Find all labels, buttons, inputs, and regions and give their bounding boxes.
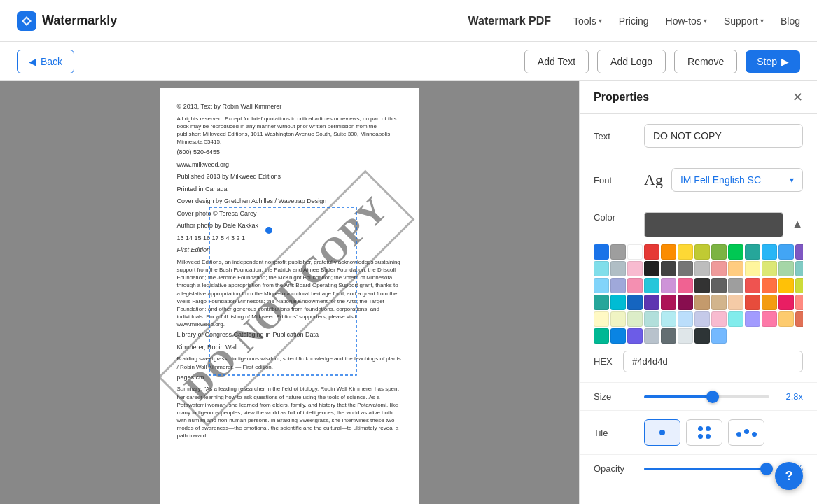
color-cell-5[interactable] [678,244,693,260]
color-cell-2[interactable] [627,244,643,260]
color-cell-50[interactable] [728,295,743,310]
close-button[interactable]: ✕ [792,91,803,104]
font-dropdown-button[interactable]: IM Fell English SC ▾ [671,168,803,192]
color-cell-26[interactable] [795,261,803,276]
nav-tools[interactable]: Tools ▾ [573,15,602,27]
color-cell-76[interactable] [694,328,710,344]
color-cell-31[interactable] [644,278,659,293]
color-cell-8[interactable] [728,244,743,260]
color-cell-39[interactable] [778,278,794,293]
nav-support[interactable]: Support ▾ [724,15,764,27]
hex-input[interactable] [623,351,803,372]
color-cell-75[interactable] [678,328,693,344]
help-button[interactable]: ? [775,462,803,490]
color-cell-71[interactable] [610,328,626,344]
remove-button[interactable]: Remove [674,50,737,74]
nav-howtos[interactable]: How-tos ▾ [666,15,707,27]
color-cell-16[interactable] [627,261,643,276]
color-cell-54[interactable] [795,295,803,310]
size-slider[interactable] [644,396,769,398]
color-cell-72[interactable] [627,328,643,344]
color-cell-60[interactable] [661,312,676,327]
color-cell-28[interactable] [594,278,609,293]
color-cell-43[interactable] [610,295,626,310]
color-cell-1[interactable] [610,244,626,260]
color-cell-70[interactable] [594,328,609,344]
color-cell-44[interactable] [627,295,643,310]
color-cell-56[interactable] [594,312,609,327]
color-cell-57[interactable] [610,312,626,327]
add-text-button[interactable]: Add Text [524,50,589,74]
color-cell-7[interactable] [711,244,727,260]
color-cell-29[interactable] [610,278,626,293]
color-cell-25[interactable] [778,261,794,276]
color-cell-66[interactable] [762,312,777,327]
color-cell-3[interactable] [644,244,659,260]
color-cell-24[interactable] [762,261,777,276]
color-cell-77[interactable] [711,328,727,344]
color-cell-53[interactable] [778,295,794,310]
color-cell-36[interactable] [728,278,743,293]
color-cell-47[interactable] [678,295,693,310]
color-cell-22[interactable] [728,261,743,276]
color-swatch[interactable] [644,212,783,237]
color-cell-40[interactable] [795,278,803,293]
pdf-line-13: Library of Congress Cataloging-in-Public… [177,330,403,340]
color-cell-9[interactable] [745,244,760,260]
color-cell-51[interactable] [745,295,760,310]
color-cell-62[interactable] [694,312,710,327]
color-cell-61[interactable] [678,312,693,327]
opacity-thumb[interactable] [760,463,773,475]
size-slider-thumb[interactable] [706,391,719,403]
color-cell-14[interactable] [594,261,609,276]
tile-option-3[interactable] [728,419,764,446]
color-cell-67[interactable] [778,312,794,327]
color-cell-21[interactable] [711,261,727,276]
color-cell-42[interactable] [594,295,609,310]
tile-option-single[interactable] [644,419,680,446]
chevron-down-icon: ▾ [599,17,602,24]
color-cell-64[interactable] [728,312,743,327]
color-cell-68[interactable] [795,312,803,327]
color-cell-17[interactable] [644,261,659,276]
color-cell-10[interactable] [762,244,777,260]
next-step-button[interactable]: Step ▶ [746,50,800,73]
color-cell-74[interactable] [661,328,676,344]
color-cell-11[interactable] [778,244,794,260]
color-cell-37[interactable] [745,278,760,293]
color-cell-46[interactable] [661,295,676,310]
color-cell-34[interactable] [694,278,710,293]
color-cell-65[interactable] [745,312,760,327]
color-cell-32[interactable] [661,278,676,293]
nav-blog[interactable]: Blog [781,15,800,27]
color-cell-30[interactable] [627,278,643,293]
color-cell-63[interactable] [711,312,727,327]
color-cell-19[interactable] [678,261,693,276]
back-button[interactable]: ◀ Back [17,50,74,74]
add-logo-button[interactable]: Add Logo [597,50,666,74]
color-cell-73[interactable] [644,328,659,344]
opacity-slider[interactable] [644,468,767,470]
color-cell-15[interactable] [610,261,626,276]
color-cell-23[interactable] [745,261,760,276]
pdf-line-7: Cover design by Gretchen Achilles / Wave… [177,197,403,206]
color-cell-49[interactable] [711,295,727,310]
tile-option-2x2[interactable] [686,419,722,446]
color-cell-48[interactable] [694,295,710,310]
color-cell-52[interactable] [762,295,777,310]
color-cell-20[interactable] [694,261,710,276]
color-cell-33[interactable] [678,278,693,293]
color-cell-6[interactable] [694,244,710,260]
color-cell-18[interactable] [661,261,676,276]
color-cell-35[interactable] [711,278,727,293]
color-cell-58[interactable] [627,312,643,327]
color-cell-59[interactable] [644,312,659,327]
color-cell-12[interactable] [795,244,803,260]
text-input[interactable] [644,124,803,148]
color-cell-45[interactable] [644,295,659,310]
color-cell-38[interactable] [762,278,777,293]
nav-pricing[interactable]: Pricing [619,15,649,27]
color-cell-0[interactable] [594,244,609,260]
color-cell-4[interactable] [661,244,676,260]
color-expand-button[interactable]: ▲ [792,212,803,236]
